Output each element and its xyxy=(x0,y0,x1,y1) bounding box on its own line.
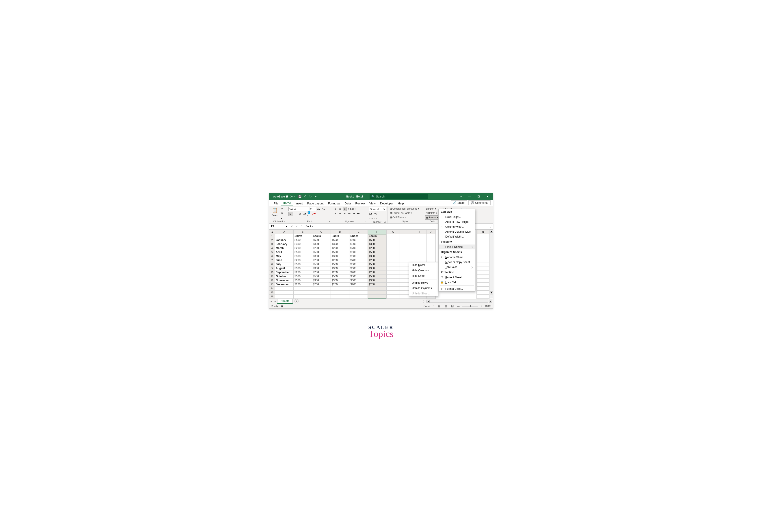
tab-insert[interactable]: Insert xyxy=(293,201,305,206)
menu-row-height[interactable]: ↕Row Height... xyxy=(439,215,475,220)
cell[interactable]: Shoes xyxy=(349,234,368,238)
cell[interactable]: $500 xyxy=(294,238,312,242)
expand-formula-icon[interactable]: ⋁ xyxy=(488,225,493,228)
align-center-icon[interactable]: ≡ xyxy=(338,211,342,215)
sheet-nav-next[interactable]: ▸ xyxy=(273,299,277,303)
cell[interactable]: $500 xyxy=(349,274,368,278)
cell[interactable]: $500 xyxy=(331,262,349,266)
submenu-unhide-rows[interactable]: Unhide Rows xyxy=(409,280,438,286)
menu-move-copy[interactable]: Move or Copy Sheet... xyxy=(439,260,475,265)
cell[interactable] xyxy=(426,234,435,238)
menu-column-width[interactable]: ↔Column Width... xyxy=(439,224,475,229)
row-header-6[interactable]: 6 xyxy=(269,254,275,258)
number-format-select[interactable]: General xyxy=(369,207,386,211)
cell[interactable] xyxy=(413,246,426,250)
cell[interactable]: September xyxy=(275,270,294,274)
cell[interactable] xyxy=(477,274,489,278)
cell[interactable] xyxy=(386,270,400,274)
menu-autofit-row-height[interactable]: AutoFit Row Height xyxy=(439,220,475,224)
cell[interactable] xyxy=(349,291,368,295)
cell[interactable]: $200 xyxy=(312,258,331,262)
cell[interactable]: $200 xyxy=(294,246,312,250)
cell[interactable]: $500 xyxy=(349,262,368,266)
cell[interactable]: $300 xyxy=(349,254,368,258)
cell[interactable]: $200 xyxy=(331,282,349,286)
cell[interactable] xyxy=(426,246,435,250)
cell[interactable]: $300 xyxy=(349,278,368,282)
submenu-hide-sheet[interactable]: Hide Sheet xyxy=(409,273,438,279)
cell[interactable]: $200 xyxy=(312,282,331,286)
submenu-unhide-columns[interactable]: Unhide Columns xyxy=(409,286,438,291)
align-right-icon[interactable]: ≡ xyxy=(343,211,347,215)
menu-hide-unhide[interactable]: Hide & Unhide❯ xyxy=(439,244,475,249)
cell[interactable]: $200 xyxy=(349,270,368,274)
zoom-in-button[interactable]: + xyxy=(481,305,482,307)
cell[interactable]: $300 xyxy=(294,242,312,246)
cell[interactable] xyxy=(413,242,426,246)
cell[interactable]: $200 xyxy=(349,258,368,262)
tab-developer[interactable]: Developer xyxy=(378,201,396,206)
fb-enter-icon[interactable]: ✓ xyxy=(294,225,299,228)
cell[interactable] xyxy=(426,258,435,262)
column-header-G[interactable]: G xyxy=(386,230,400,234)
view-page-layout-icon[interactable]: ▥ xyxy=(443,304,448,308)
number-dialog-icon[interactable]: ◢ xyxy=(384,221,386,223)
cell[interactable]: $300 xyxy=(349,266,368,270)
wrap-text-icon[interactable]: ab↵ xyxy=(352,207,356,211)
cell[interactable]: $500 xyxy=(349,238,368,242)
cell[interactable]: January xyxy=(275,238,294,242)
cell[interactable] xyxy=(275,291,294,295)
cell[interactable] xyxy=(312,286,331,291)
cell[interactable]: $300 xyxy=(331,266,349,270)
cell[interactable]: $200 xyxy=(294,258,312,262)
cell[interactable]: $500 xyxy=(331,274,349,278)
tab-help[interactable]: Help xyxy=(396,201,406,206)
cell[interactable] xyxy=(477,266,489,270)
cell[interactable]: March xyxy=(275,246,294,250)
underline-button[interactable]: U xyxy=(298,212,302,216)
cell[interactable]: $500 xyxy=(312,262,331,266)
italic-button[interactable]: I xyxy=(293,212,297,216)
fill-color-button[interactable]: 🪣▾ xyxy=(307,212,311,216)
row-header-2[interactable]: 2 xyxy=(269,238,275,242)
sheet-nav-prev[interactable]: ◂ xyxy=(269,299,273,303)
horizontal-scrollbar[interactable] xyxy=(430,299,488,303)
cell[interactable]: $500 xyxy=(368,250,387,254)
tab-home[interactable]: Home xyxy=(280,200,293,206)
cell[interactable]: $500 xyxy=(312,274,331,278)
cell[interactable] xyxy=(426,254,435,258)
column-header-I[interactable]: I xyxy=(413,230,426,234)
align-bottom-icon[interactable]: ≡ xyxy=(343,207,347,211)
cell[interactable] xyxy=(386,234,400,238)
cell[interactable] xyxy=(477,258,489,262)
conditional-formatting-button[interactable]: ▦ Conditional Formatting ▾ xyxy=(389,207,420,211)
select-all-cell[interactable]: ◢ xyxy=(269,230,275,234)
cell[interactable] xyxy=(413,258,426,262)
column-header-F[interactable]: F xyxy=(368,230,387,234)
cell[interactable] xyxy=(275,234,294,238)
borders-button[interactable]: ⊞▾ xyxy=(303,212,307,216)
cell[interactable]: $200 xyxy=(349,282,368,286)
close-button[interactable]: ✕ xyxy=(483,193,492,200)
alignment-dialog-icon[interactable]: ◢ xyxy=(364,221,365,223)
column-header-A[interactable]: A xyxy=(275,230,294,234)
percent-format-icon[interactable]: % xyxy=(373,212,377,216)
font-dialog-icon[interactable]: ◢ xyxy=(329,221,330,223)
scroll-down-button[interactable]: ▼ xyxy=(490,291,493,295)
decrease-indent-icon[interactable]: ⇤ xyxy=(347,211,351,215)
cell[interactable]: $500 xyxy=(331,250,349,254)
cell[interactable]: Socks xyxy=(312,234,331,238)
cell[interactable] xyxy=(386,238,400,242)
cell[interactable]: April xyxy=(275,250,294,254)
menu-default-width[interactable]: Default Width... xyxy=(439,234,475,239)
cell[interactable] xyxy=(331,295,349,299)
cell[interactable]: $300 xyxy=(294,254,312,258)
redo-icon[interactable]: ↻ xyxy=(309,195,313,199)
cell[interactable] xyxy=(413,238,426,242)
row-header-1[interactable]: 1 xyxy=(269,234,275,238)
view-normal-icon[interactable]: ▦ xyxy=(437,304,441,308)
row-header-12[interactable]: 12 xyxy=(269,278,275,282)
comments-button[interactable]: 💬 Comments xyxy=(468,200,491,205)
cell[interactable] xyxy=(386,258,400,262)
cell[interactable]: $300 xyxy=(312,254,331,258)
